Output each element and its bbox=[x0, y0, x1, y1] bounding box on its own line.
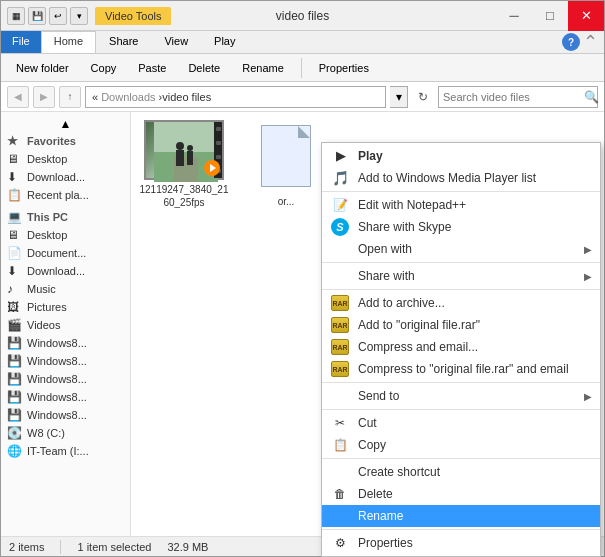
ribbon-tabs: File Home Share View Play ? ⌃ bbox=[1, 31, 604, 53]
sidebar-item-win1[interactable]: 💾 Windows8... bbox=[1, 334, 130, 352]
address-path[interactable]: « Downloads › video files bbox=[85, 86, 386, 108]
ctx-sharewith-icon bbox=[330, 266, 350, 286]
ribbon-new-folder[interactable]: New folder bbox=[7, 59, 78, 77]
svg-rect-4 bbox=[176, 150, 184, 166]
ribbon-paste[interactable]: Paste bbox=[129, 59, 175, 77]
ctx-compress-email[interactable]: RAR Compress and email... bbox=[322, 336, 600, 358]
ctx-separator-7 bbox=[322, 529, 600, 530]
sidebar-favorites-header: ★ Favorites bbox=[1, 132, 130, 150]
sidebar-item-win4[interactable]: 💾 Windows8... bbox=[1, 388, 130, 406]
tab-home[interactable]: Home bbox=[41, 31, 96, 53]
ctx-send-to[interactable]: Send to ▶ bbox=[322, 385, 600, 407]
svg-rect-1 bbox=[154, 122, 218, 152]
sidebar-item-win2[interactable]: 💾 Windows8... bbox=[1, 352, 130, 370]
refresh-button[interactable]: ↻ bbox=[412, 86, 434, 108]
ctx-properties[interactable]: ⚙ Properties bbox=[322, 532, 600, 554]
ctx-delete[interactable]: 🗑 Delete bbox=[322, 483, 600, 505]
tab-play[interactable]: Play bbox=[201, 31, 248, 53]
video-thumbnail bbox=[144, 120, 224, 180]
tab-view[interactable]: View bbox=[151, 31, 201, 53]
sidebar-item-pictures[interactable]: 🖼 Pictures bbox=[1, 298, 130, 316]
window-title: video files bbox=[276, 9, 329, 23]
sidebar-item-desktop[interactable]: 🖥 Desktop bbox=[1, 226, 130, 244]
path-text: « bbox=[92, 91, 98, 103]
ctx-openwith-icon bbox=[330, 239, 350, 259]
sidebar-item-win5[interactable]: 💾 Windows8... bbox=[1, 406, 130, 424]
rar-icon-4: RAR bbox=[331, 361, 349, 377]
ribbon-rename[interactable]: Rename bbox=[233, 59, 293, 77]
sidebar-scroll-up[interactable]: ▲ bbox=[1, 116, 130, 132]
sidebar-item-recent[interactable]: 📋 Recent pla... bbox=[1, 186, 130, 204]
ctx-add-wmp[interactable]: 🎵 Add to Windows Media Player list bbox=[322, 167, 600, 189]
ctx-cut-icon: ✂ bbox=[330, 413, 350, 433]
status-size: 32.9 MB bbox=[167, 541, 208, 553]
sidebar-item-downloads[interactable]: ⬇ Download... bbox=[1, 262, 130, 280]
ribbon-collapse-btn[interactable]: ⌃ bbox=[583, 31, 598, 53]
undo-btn[interactable]: ↩ bbox=[49, 7, 67, 25]
path-current: video files bbox=[162, 91, 211, 103]
ctx-sendto-arrow: ▶ bbox=[584, 391, 592, 402]
sidebar-item-desktop-fav[interactable]: 🖥 Desktop bbox=[1, 150, 130, 168]
ctx-share-with[interactable]: Share with ▶ bbox=[322, 265, 600, 287]
file-name-video: 12119247_3840_2160_25fps bbox=[139, 183, 229, 209]
file-item-video[interactable]: 12119247_3840_2160_25fps bbox=[139, 120, 229, 209]
sidebar: ▲ ★ Favorites 🖥 Desktop ⬇ Download... 📋 … bbox=[1, 112, 131, 536]
help-button[interactable]: ? bbox=[562, 33, 580, 51]
play-button-overlay bbox=[204, 160, 220, 176]
sidebar-item-videos[interactable]: 🎬 Videos bbox=[1, 316, 130, 334]
ctx-separator-6 bbox=[322, 458, 600, 459]
status-count: 2 items bbox=[9, 541, 44, 553]
svg-rect-6 bbox=[187, 151, 193, 165]
ribbon-properties[interactable]: Properties bbox=[310, 59, 378, 77]
search-icon: 🔍 bbox=[584, 90, 599, 104]
tab-share[interactable]: Share bbox=[96, 31, 151, 53]
sidebar-item-music[interactable]: ♪ Music bbox=[1, 280, 130, 298]
sidebar-item-w8c[interactable]: 💽 W8 (C:) bbox=[1, 424, 130, 442]
minimize-button[interactable]: ─ bbox=[496, 1, 532, 31]
ctx-copy-icon: 📋 bbox=[330, 435, 350, 455]
address-dropdown[interactable]: ▾ bbox=[390, 86, 408, 108]
sidebar-thispc-header: 💻 This PC bbox=[1, 208, 130, 226]
sidebar-item-downloads-fav[interactable]: ⬇ Download... bbox=[1, 168, 130, 186]
back-button[interactable]: ◀ bbox=[7, 86, 29, 108]
ctx-separator-5 bbox=[322, 409, 600, 410]
file-item-blank[interactable]: or... bbox=[241, 120, 331, 209]
ribbon-content: New folder Copy Paste Delete Rename Prop… bbox=[1, 54, 604, 82]
ctx-rename-icon bbox=[330, 506, 350, 526]
maximize-button[interactable]: □ bbox=[532, 1, 568, 31]
ctx-separator-1 bbox=[322, 191, 600, 192]
ribbon-delete[interactable]: Delete bbox=[179, 59, 229, 77]
rar-icon-2: RAR bbox=[331, 317, 349, 333]
skype-icon: S bbox=[331, 218, 349, 236]
blank-file-icon bbox=[261, 125, 311, 187]
quick-access-btn[interactable]: ▦ bbox=[7, 7, 25, 25]
ctx-rename[interactable]: Rename bbox=[322, 505, 600, 527]
dropdown-btn[interactable]: ▾ bbox=[70, 7, 88, 25]
ctx-play[interactable]: ▶ Play bbox=[322, 145, 600, 167]
search-input[interactable] bbox=[443, 91, 581, 103]
sidebar-item-documents[interactable]: 📄 Document... bbox=[1, 244, 130, 262]
save-btn[interactable]: 💾 bbox=[28, 7, 46, 25]
file-name-blank: or... bbox=[278, 195, 295, 208]
ribbon-copy[interactable]: Copy bbox=[82, 59, 126, 77]
ctx-notepad-icon: 📝 bbox=[330, 195, 350, 215]
ctx-compress-rar-email[interactable]: RAR Compress to "original file.rar" and … bbox=[322, 358, 600, 380]
ctx-add-rar[interactable]: RAR Add to "original file.rar" bbox=[322, 314, 600, 336]
close-button[interactable]: ✕ bbox=[568, 1, 604, 31]
ctx-edit-notepad[interactable]: 📝 Edit with Notepad++ bbox=[322, 194, 600, 216]
title-bar: ▦ 💾 ↩ ▾ Video Tools video files ─ □ ✕ bbox=[1, 1, 604, 31]
up-button[interactable]: ↑ bbox=[59, 86, 81, 108]
sidebar-item-itteam[interactable]: 🌐 IT-Team (I:... bbox=[1, 442, 130, 460]
ctx-cut[interactable]: ✂ Cut bbox=[322, 412, 600, 434]
context-menu: ▶ Play 🎵 Add to Windows Media Player lis… bbox=[321, 142, 601, 557]
sidebar-item-win3[interactable]: 💾 Windows8... bbox=[1, 370, 130, 388]
title-bar-left: ▦ 💾 ↩ ▾ Video Tools bbox=[1, 7, 496, 25]
ctx-separator-3 bbox=[322, 289, 600, 290]
ctx-create-shortcut[interactable]: Create shortcut bbox=[322, 461, 600, 483]
tab-file[interactable]: File bbox=[1, 31, 41, 53]
ctx-share-skype[interactable]: S Share with Skype bbox=[322, 216, 600, 238]
ctx-add-archive[interactable]: RAR Add to archive... bbox=[322, 292, 600, 314]
ctx-open-with[interactable]: Open with ▶ bbox=[322, 238, 600, 260]
ctx-copy[interactable]: 📋 Copy bbox=[322, 434, 600, 456]
forward-button[interactable]: ▶ bbox=[33, 86, 55, 108]
